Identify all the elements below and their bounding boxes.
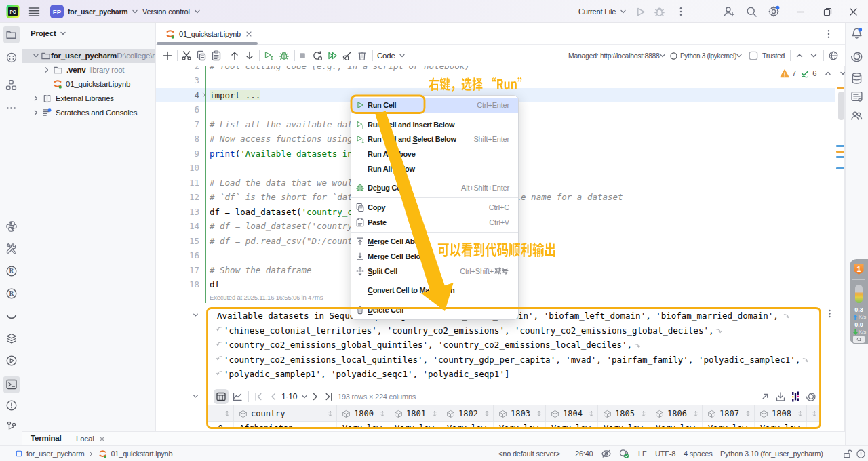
- previous-page-icon[interactable]: [268, 391, 279, 402]
- error-stripe-info-mark[interactable]: [836, 145, 844, 147]
- page-range-dropdown[interactable]: 1-10: [281, 388, 309, 405]
- add-cell-button[interactable]: [162, 50, 173, 61]
- jupyter-variables-tool-button[interactable]: [850, 90, 864, 104]
- status-default-server[interactable]: <no default server>: [498, 446, 560, 461]
- menu-item-delete-cell[interactable]: Delete Cell: [351, 302, 518, 317]
- error-stripe-warning-mark[interactable]: [837, 87, 844, 89]
- table-row[interactable]: 0 Afghanistan Very low Very low Very low…: [208, 422, 820, 428]
- menu-item-merge-cell-below[interactable]: Merge Cell Below: [351, 249, 518, 264]
- debug-cell-button[interactable]: [279, 50, 290, 61]
- menu-item-debug-cell[interactable]: Debug Cell Alt+Shift+Enter: [351, 180, 518, 195]
- previous-cell-button[interactable]: [794, 50, 805, 61]
- move-cell-up-button[interactable]: [229, 50, 240, 61]
- vcs-widget[interactable]: Version control: [142, 0, 202, 23]
- more-tool-windows-button[interactable]: [4, 101, 18, 115]
- chart-view-icon[interactable]: [232, 391, 243, 402]
- first-page-icon[interactable]: [253, 391, 264, 402]
- menu-item-run-all-above[interactable]: Run All Above: [351, 146, 518, 161]
- python-packages-tool-button[interactable]: [4, 241, 18, 256]
- interrupt-kernel-button[interactable]: [297, 50, 308, 61]
- error-stripe-info-mark[interactable]: [836, 167, 844, 169]
- menu-item-paste[interactable]: Paste Ctrl+V: [351, 215, 518, 230]
- move-cell-down-button[interactable]: [244, 50, 255, 61]
- menu-item-run-all-below[interactable]: Run All Below: [351, 161, 518, 176]
- delete-cell-button[interactable]: [357, 50, 368, 61]
- database-tool-button[interactable]: [850, 72, 864, 85]
- editor-tab-notebook[interactable]: 01_quickstart.ipynb: [160, 23, 258, 44]
- settings-button[interactable]: [768, 0, 780, 23]
- column-header-1808[interactable]: 1808: [755, 405, 807, 422]
- tree-item-scratches[interactable]: Scratches and Consoles: [22, 106, 156, 120]
- menu-item-merge-cell-above[interactable]: Merge Cell Above: [351, 235, 518, 249]
- paste-cell-button[interactable]: [211, 50, 222, 61]
- chevron-down-icon[interactable]: [658, 51, 667, 60]
- fold-marker-icon[interactable]: [201, 92, 208, 98]
- clear-outputs-button[interactable]: [342, 50, 353, 61]
- r-console-tool-button[interactable]: R: [4, 264, 18, 278]
- tree-item-project-root[interactable]: for_user_pycharm D:\college\research: [22, 49, 156, 63]
- ai-assistant-tool-button[interactable]: [850, 50, 864, 64]
- terminal-tab-local[interactable]: Local: [76, 435, 106, 443]
- run-button[interactable]: [635, 0, 646, 23]
- previous-problem-chevron-icon[interactable]: [823, 68, 833, 78]
- chevron-down-icon[interactable]: [734, 51, 744, 60]
- error-stripe-warning-mark[interactable]: [836, 151, 844, 153]
- tree-item-notebook[interactable]: 01_quickstart.ipynb: [22, 77, 156, 92]
- status-breadcrumb[interactable]: for_user_pycharm 01_quickstart.ipynb: [15, 446, 172, 461]
- trusted-checkbox[interactable]: [749, 51, 758, 60]
- close-window-button[interactable]: [848, 0, 859, 23]
- tab-options-kebab-icon[interactable]: [823, 28, 834, 39]
- close-terminal-tab-icon[interactable]: [98, 435, 106, 443]
- run-configuration-widget[interactable]: Current File: [578, 0, 628, 23]
- services-tool-button[interactable]: [4, 331, 18, 345]
- menu-item-convert-to-markdown[interactable]: Convert Cell to Markdown: [351, 283, 518, 298]
- minimize-button[interactable]: [795, 0, 806, 23]
- pandas-logo-icon[interactable]: [790, 391, 801, 402]
- status-indent[interactable]: 4 spaces: [684, 446, 712, 461]
- inspections-widget[interactable]: 7 6: [780, 68, 848, 78]
- more-actions-button[interactable]: [675, 0, 686, 23]
- run-cell-select-below-button[interactable]: [263, 50, 274, 61]
- cell-type-dropdown[interactable]: Code: [377, 45, 407, 66]
- row-index-column-header[interactable]: [208, 405, 234, 422]
- open-in-browser-button[interactable]: [828, 50, 839, 61]
- restart-kernel-button[interactable]: [312, 50, 323, 61]
- problems-tool-button[interactable]: [4, 398, 18, 412]
- column-header-1802[interactable]: 1802: [441, 405, 494, 422]
- last-page-icon[interactable]: [323, 391, 334, 402]
- project-tool-button[interactable]: [3, 26, 20, 43]
- column-header-1805[interactable]: 1805: [598, 405, 650, 422]
- menu-item-split-cell[interactable]: Split Cell Ctrl+Shift+: [351, 264, 518, 279]
- next-cell-button[interactable]: [808, 50, 819, 61]
- sciview-tool-button[interactable]: [4, 308, 18, 323]
- tree-item-venv[interactable]: .venv library root: [22, 63, 156, 77]
- notifications-tool-button[interactable]: [850, 27, 864, 41]
- menu-item-run-cell-insert-below[interactable]: Run Cell and Insert Below: [351, 117, 518, 132]
- column-header-1804[interactable]: 1804: [546, 405, 598, 422]
- ai-spiral-icon[interactable]: [806, 391, 816, 402]
- collapse-table-chevron-icon[interactable]: [191, 392, 200, 401]
- status-services-button[interactable]: [618, 446, 630, 461]
- cut-cell-button[interactable]: [181, 50, 192, 61]
- editor-scrollbar-thumb[interactable]: [838, 92, 844, 120]
- tree-item-external-libraries[interactable]: External Libraries: [22, 92, 156, 106]
- error-stripe-info-mark[interactable]: [836, 156, 844, 158]
- run-tool-button[interactable]: [4, 353, 18, 367]
- status-encoding[interactable]: UTF-8: [655, 446, 675, 461]
- column-header-country[interactable]: country: [234, 405, 337, 422]
- copy-cell-button[interactable]: [196, 50, 207, 61]
- project-panel-header[interactable]: Project: [31, 28, 68, 38]
- menu-item-copy[interactable]: Copy Ctrl+C: [351, 200, 518, 215]
- column-header-1800[interactable]: 1800: [337, 405, 389, 422]
- code-with-me-users-tool-button[interactable]: [850, 109, 864, 123]
- search-everywhere-button[interactable]: [746, 0, 757, 23]
- status-caret-position[interactable]: 26:40: [575, 446, 593, 461]
- terminal-tool-button[interactable]: [3, 376, 20, 393]
- status-highlighting-button[interactable]: [601, 446, 612, 461]
- debug-button[interactable]: [654, 0, 665, 23]
- menu-item-run-cell-select-below[interactable]: Run Cell and Select Below Shift+Enter: [351, 132, 518, 146]
- status-interpreter[interactable]: Python 3.10 (for_user_pycharm): [720, 446, 823, 461]
- terminal-panel-title[interactable]: Terminal: [31, 434, 61, 442]
- open-in-new-icon[interactable]: [760, 391, 770, 402]
- column-header-1803[interactable]: 1803: [494, 405, 546, 422]
